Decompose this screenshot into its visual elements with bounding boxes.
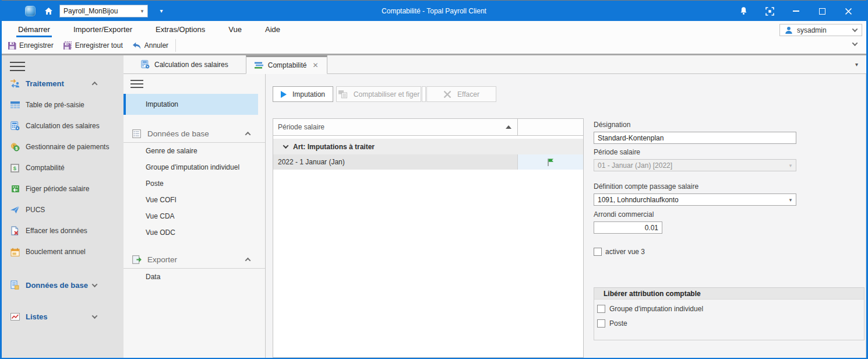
close-icon: [845, 8, 852, 15]
sidebar-item-label: Calculation des salaires: [26, 122, 100, 130]
groupe-imputation-label: Groupe d'imputation individuel: [609, 305, 703, 313]
undo-icon: [132, 42, 142, 50]
button-label: Comptabiliser et figer: [354, 90, 419, 98]
tab-calculation-des-salaires[interactable]: Calculation des salaires: [124, 55, 246, 73]
play-icon: [281, 91, 287, 98]
sidebar-item-label: Bouclement annuel: [26, 248, 86, 256]
grid-group-row[interactable]: Art: Imputations à traiter: [273, 139, 583, 154]
status-cell[interactable]: [518, 154, 583, 170]
save-all-icon: [63, 41, 72, 50]
grid-data-row[interactable]: 2022 - 1 Januar (Jan): [273, 154, 583, 170]
periode-salaire-label: Période salaire: [594, 148, 866, 156]
save-button[interactable]: Enregistrer: [4, 38, 57, 52]
minimize-button[interactable]: [783, 1, 809, 22]
sidebar-item-table-pre-saisie[interactable]: Table de pré-saisie: [2, 94, 124, 115]
subnav-item-vue-odc[interactable]: Vue ODC: [124, 224, 265, 241]
delete-document-icon: [10, 226, 20, 236]
user-selector[interactable]: sysadmin: [779, 24, 862, 36]
subnav-section-exporter[interactable]: Exporter: [124, 251, 265, 269]
fullscreen-button[interactable]: [757, 1, 783, 22]
sidebar-item-gestionnaire-paiements[interactable]: $ $ Gestionnaire de paiements: [2, 136, 124, 157]
subnav-item-vue-cda[interactable]: Vue CDA: [124, 208, 265, 224]
save-all-button[interactable]: Enregistrer tout: [59, 38, 126, 52]
activer-vue3-checkbox[interactable]: [594, 248, 602, 256]
subnav-item-poste[interactable]: Poste: [124, 175, 265, 192]
mandant-selector-value: Payroll_MonBijou: [60, 7, 137, 15]
subnav-menu-button[interactable]: [130, 80, 143, 88]
imputation-main: Imputation Comptabiliser et figer: [266, 74, 586, 358]
undo-button[interactable]: Annuler: [129, 38, 172, 52]
liberer-poste-option[interactable]: Poste: [594, 316, 864, 330]
arrondi-input[interactable]: [594, 221, 662, 234]
tab-close-icon[interactable]: ✕: [312, 61, 318, 69]
column-header-periode-salaire[interactable]: Période salaire: [273, 119, 518, 135]
menu-vue[interactable]: Vue: [227, 21, 244, 37]
period-cell[interactable]: 2022 - 1 Januar (Jan): [273, 154, 518, 170]
menu-importer-exporter[interactable]: Importer/Exporter: [72, 21, 134, 37]
chevron-down-icon: ▾: [785, 163, 796, 168]
sidebar-item-figer-periode[interactable]: Figer période salaire: [2, 178, 124, 199]
mandant-selector[interactable]: Payroll_MonBijou ▾: [59, 5, 148, 17]
coins-icon: $ $: [10, 142, 20, 152]
sidebar-section-donnees-de-base[interactable]: Données de base: [2, 274, 124, 296]
menu-demarrer[interactable]: Démarrer: [16, 21, 52, 37]
sidebar-section-listes[interactable]: Listes: [2, 305, 124, 328]
home-button[interactable]: [44, 6, 54, 16]
subnav-item-vue-cofi[interactable]: Vue COFI: [124, 192, 265, 208]
subnav-item-label: Imputation: [146, 100, 178, 108]
paper-plane-icon: [10, 205, 20, 215]
tab-label: Calculation des salaires: [154, 61, 228, 69]
effacer-button[interactable]: Effacer: [426, 86, 496, 102]
poste-checkbox[interactable]: [597, 319, 605, 328]
maximize-button[interactable]: [809, 1, 835, 22]
imputations-grid: Période salaire Art: Imputations à trait…: [273, 118, 584, 358]
chevron-down-icon: ▾: [785, 197, 796, 203]
column-header-status[interactable]: [518, 119, 583, 135]
sidebar-item-label: Table de pré-saisie: [26, 101, 84, 109]
sidebar-item-label: Gestionnaire de paiements: [26, 143, 109, 151]
activer-vue3-option[interactable]: activer vue 3: [594, 248, 866, 256]
notifications-button[interactable]: [731, 1, 757, 22]
group-expand-icon[interactable]: [283, 143, 289, 149]
menu-extras-options[interactable]: Extras/Options: [154, 21, 207, 37]
liberer-attribution-title: Libérer attribution comptable: [594, 288, 864, 300]
imputation-run-button[interactable]: Imputation: [273, 86, 333, 102]
comptabiliser-et-figer-button[interactable]: Comptabiliser et figer: [336, 86, 421, 102]
calendar-icon: [10, 247, 20, 257]
sidebar-item-pucs[interactable]: PUCS: [2, 199, 124, 220]
app-logo-icon[interactable]: [25, 6, 36, 16]
subnav-item-groupe-imputation[interactable]: Groupe d'imputation individuel: [124, 159, 265, 175]
tab-comptabilite[interactable]: Comptabilité ✕: [246, 55, 327, 74]
chevron-up-icon: [245, 132, 251, 138]
post-and-freeze-icon: [338, 90, 348, 98]
groupe-imputation-checkbox[interactable]: [597, 305, 605, 313]
sidebar-item-effacer-donnees[interactable]: Effacer les données: [2, 220, 124, 241]
subnav-item-data[interactable]: Data: [124, 269, 265, 285]
menu-aide[interactable]: Aide: [263, 21, 282, 37]
maximize-icon: [819, 8, 825, 15]
sidebar-item-bouclement-annuel[interactable]: Bouclement annuel: [2, 241, 124, 262]
subnav-item-imputation[interactable]: Imputation: [124, 94, 258, 115]
clear-x-icon: [443, 90, 451, 98]
chevron-up-icon: [92, 81, 98, 87]
chart-icon: [10, 312, 20, 322]
compte-passage-select[interactable]: 1091, Lohndurchlaufkonto ▾: [594, 193, 796, 206]
subnav-section-donnees-de-base[interactable]: Données de base: [124, 125, 265, 143]
designation-input[interactable]: [594, 132, 796, 144]
sidebar-menu-button[interactable]: [10, 62, 25, 71]
titlebar: Payroll_MonBijou ▾ ▾ Comptabilité - Topa…: [2, 0, 866, 21]
periode-salaire-select[interactable]: 01 - Januar (Jan) [2022] ▾: [594, 159, 796, 171]
home-icon: [44, 6, 54, 16]
mandant-split-dropdown[interactable]: ▾: [155, 8, 168, 14]
sidebar-section-traitement[interactable]: Traitement: [2, 72, 124, 94]
user-name: sysadmin: [797, 26, 849, 34]
undo-label: Annuler: [144, 41, 168, 50]
sidebar-item-calculation-salaires[interactable]: Calculation des salaires: [2, 115, 124, 136]
close-button[interactable]: [835, 1, 862, 22]
sidebar-item-comptabilite[interactable]: $ Comptabilité: [2, 157, 124, 178]
ribbon-collapse-button[interactable]: [852, 40, 858, 46]
subnav-item-label: Genre de salaire: [146, 147, 197, 155]
liberer-groupe-imputation-option[interactable]: Groupe d'imputation individuel: [594, 301, 864, 316]
subnav-item-genre-de-salaire[interactable]: Genre de salaire: [124, 143, 265, 159]
tab-list-dropdown[interactable]: ▾: [855, 61, 858, 68]
